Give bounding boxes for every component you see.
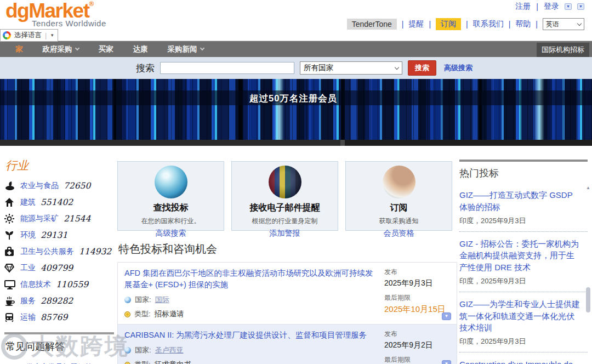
sidebar-item-industry[interactable]: 工业 409799 [4,260,114,276]
translate-label: 选择语言 [14,31,42,40]
country-link[interactable]: 国际 [155,295,169,305]
language-value: 英语 [546,20,559,29]
tender-title-link[interactable]: CARIBSAN II: 为黑湾污水处理厂建设提供设计、监督和项目管理服务 [124,329,374,341]
sidebar-item-count: 29131 [41,230,67,240]
country-select[interactable]: 所有国家 [300,61,402,75]
hot-tender-link[interactable]: GIZ——打造互动式数字 GSDP 体验的招标 [459,189,581,213]
separator: | [536,20,538,29]
separator: | [536,2,538,11]
account-dropdown-icon[interactable]: ▼ [577,3,584,10]
sidebar-divider [4,332,114,334]
tender-row: AFD 集团在西巴尔干地区的非主权融资活动市场研究以及欧洲可持续发展基金+ (E… [118,263,457,325]
hot-tender-link[interactable]: GIZ——为学生和专业人士提供建筑一体化和轨道交通一体化光伏技术培训 [459,298,581,334]
row-expand-icon[interactable]: ▼ [442,312,451,320]
banner-highlight [274,79,284,146]
logo[interactable]: dgMarket® Tenders Worldwide [5,1,106,28]
sidebar-item-health-public-services[interactable]: 卫生与公共服务 114932 [4,243,114,260]
medal-icon [124,311,130,317]
login-dropdown-icon[interactable]: ▼ [565,3,572,10]
nav-item-home[interactable]: 家 [15,44,23,54]
feature-subtitle: 获取采购通知 [346,217,452,226]
search-label: 搜索 [136,62,155,75]
feature-subtitle: 根据您的行业量身定制 [232,217,338,226]
hot-tender-link[interactable]: Construction d'un Immeuble de Bureaux de… [459,359,581,364]
scroll-up-icon[interactable]: ▲ [585,185,591,190]
separator: | [45,32,47,39]
tender-type: 招标邀请 [155,309,184,319]
chevron-down-icon: ▼ [50,33,54,38]
advanced-search-link[interactable]: 高级搜索 [156,229,186,238]
sidebar-item-label: 环境 [20,230,36,240]
search-input[interactable] [160,62,294,74]
language-select[interactable]: 英语 [543,18,584,30]
deadline-label: 最后期限 [384,293,456,303]
plant-icon [4,230,15,240]
separator: | [466,20,468,29]
published-date: 2025年9月3日 [384,278,456,288]
subscribe-link[interactable]: 订阅 [436,18,461,30]
registered-mark-icon: ® [89,0,93,8]
separator: | [402,20,404,29]
banner-panel-divider [341,79,345,146]
sidebar-item-transport[interactable]: 运输 85769 [4,309,114,326]
published-date: 2025年9月2日 [384,340,456,350]
sidebar-item-count: 72650 [64,181,90,191]
nav-item-procurement-news[interactable]: 采购新闻 [168,44,204,54]
logo-tagline: Tenders Worldwide [32,19,106,28]
tender-title-link[interactable]: AFD 集团在西巴尔干地区的非主权融资活动市场研究以及欧洲可持续发展基金+ (E… [124,268,374,291]
tender-row: CARIBSAN II: 为黑湾污水处理厂建设提供设计、监督和项目管理服务 国家… [118,325,457,364]
published-label: 发布 [384,268,456,277]
industries-sidebar: 行业 农业与食品 72650 建筑 551402 能源与采矿 21544 [4,156,114,364]
hot-tender-item: GIZ——为学生和专业人士提供建筑一体化和轨道交通一体化光伏技术培训 印度，20… [459,292,588,352]
sidebar-item-label: 能源与采矿 [20,214,59,224]
contact-link[interactable]: 联系我们 [473,19,504,29]
chevron-down-icon [75,46,79,50]
google-translate-widget[interactable]: 选择语言 | ▼ [0,29,58,42]
sun-icon [4,214,15,224]
type-label: 类型: [134,360,151,364]
scrollbar-thumb[interactable] [586,287,590,312]
sidebar-item-environment[interactable]: 环境 29131 [4,227,114,243]
banner-footer-strip [0,140,592,146]
country-link[interactable]: 圣卢西亚 [155,345,184,355]
row-expand-icon[interactable]: ▼ [442,360,451,364]
feature-email-alerts: 接收电子邮件提醒 根据您的行业量身定制 添加警报 [231,161,338,231]
add-alert-link[interactable]: 添加警报 [270,229,300,238]
featured-tenders-title: 特色投标和咨询机会 [118,242,457,257]
hot-tender-meta: 印度，2025年9月3日 [459,337,581,346]
globe-icon [124,347,131,354]
nav-label: 采购新闻 [168,44,197,54]
login-link[interactable]: 登录 [544,2,559,12]
hot-tender-link[interactable]: GIZ - 招标公告：委托一家机构为金融机构提供融资支持，用于生产性使用 DRE… [459,238,581,274]
tendertone-button[interactable]: TenderTone [347,19,397,30]
sidebar-item-construction[interactable]: 建筑 551402 [4,194,114,211]
featured-tenders-list: AFD 集团在西巴尔干地区的非主权融资活动市场研究以及欧洲可持续发展基金+ (E… [117,262,457,364]
register-link[interactable]: 注册 [515,2,531,12]
sidebar-item-energy-mining[interactable]: 能源与采矿 21544 [4,211,114,227]
hot-tender-item: GIZ——打造互动式数字 GSDP 体验的招标 印度，2025年9月3日 [459,183,588,232]
sidebar-item-agriculture[interactable]: 农业与食品 72650 [4,178,114,194]
sidebar-item-services[interactable]: 服务 289282 [4,293,114,309]
header: dgMarket® Tenders Worldwide 注册 | 登录 ▼ ▼ … [0,0,592,41]
hot-tenders-scrollbar[interactable]: ▲ [585,185,591,364]
nav-label: 达康 [133,44,148,54]
nav-item-government-procurement[interactable]: 政府采购 [43,44,79,54]
membership-link[interactable]: 会员资格 [384,229,414,238]
agriculture-icon [4,181,15,191]
banner-panel-divider [478,79,482,146]
search-button[interactable]: 搜索 [408,60,436,76]
international-tenders-button[interactable]: 国际机构招标 [537,43,589,57]
help-link[interactable]: 帮助 [515,19,531,29]
sidebar-item-information-technology[interactable]: 信息技术 110559 [4,276,114,293]
tender-dates: 发布 2025年9月2日 最后期限 2025年9月12日 [384,329,456,364]
search-sphere-icon [155,166,187,198]
nav-item-dakang[interactable]: 达康 [133,44,148,54]
subscribe-pen-icon [383,166,415,198]
alerts-link[interactable]: 提醒 [408,19,424,29]
sidebar-item-count: 85769 [41,312,67,322]
tender-dates: 发布 2025年9月3日 最后期限 2025年10月15日 [384,268,456,315]
feature-title: 查找投标 [118,202,224,214]
nav-item-buyers[interactable]: 买家 [99,44,113,54]
type-label: 类型: [134,309,151,319]
advanced-search-link[interactable]: 高级搜索 [444,63,473,73]
